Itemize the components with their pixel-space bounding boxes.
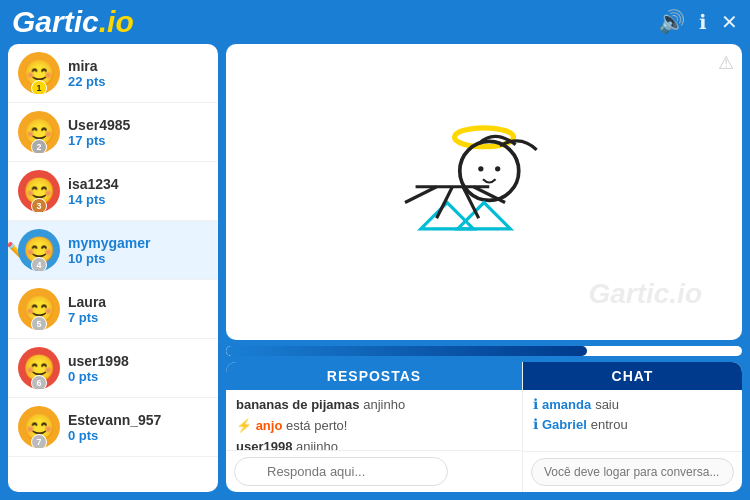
player-item: 😊 7 Estevann_957 0 pts (8, 398, 218, 457)
player-info: mymygamer 10 pts (68, 235, 208, 266)
respostas-section: RESPOSTAS bananas de pijamas anjinho ⚡ a… (226, 362, 522, 492)
list-item: ℹ amanda saiu (533, 396, 732, 412)
player-pts: 0 pts (68, 428, 208, 443)
list-item: ℹ Gabriel entrou (533, 416, 732, 432)
svg-point-1 (460, 141, 519, 200)
player-info: Laura 7 pts (68, 294, 208, 325)
player-item: 😊 3 isa1234 14 pts (8, 162, 218, 221)
header-actions: 🔊 ℹ ✕ (658, 9, 738, 35)
player-pts: 0 pts (68, 369, 208, 384)
chat-messages: ℹ amanda saiu ℹ Gabriel entrou (523, 390, 742, 451)
svg-line-7 (437, 187, 453, 219)
bottom-panel: RESPOSTAS bananas de pijamas anjinho ⚡ a… (226, 362, 742, 492)
player-item-active: ✏️ 😊 4 mymygamer 10 pts (8, 221, 218, 280)
info-icon: ℹ (533, 416, 538, 432)
player-name: Estevann_957 (68, 412, 208, 428)
svg-line-3 (405, 187, 437, 203)
info-icon: ℹ (533, 396, 538, 412)
avatar: 😊 2 (18, 111, 60, 153)
player-pts: 17 pts (68, 133, 208, 148)
rank-badge: 7 (31, 434, 47, 448)
player-pts: 22 pts (68, 74, 208, 89)
rank-badge: 4 (31, 257, 47, 271)
chat-input[interactable] (531, 458, 734, 486)
player-item: 😊 5 Laura 7 pts (8, 280, 218, 339)
player-name: mira (68, 58, 208, 74)
rank-badge: 2 (31, 139, 47, 153)
player-item: 😊 1 mira 22 pts (8, 44, 218, 103)
logo-g: G (12, 5, 35, 39)
player-name: Laura (68, 294, 208, 310)
rank-badge: 6 (31, 375, 47, 389)
canvas-area: ⚠ (226, 44, 742, 340)
player-name: user1998 (68, 353, 208, 369)
player-info: Estevann_957 0 pts (68, 412, 208, 443)
progress-bar-fill (226, 346, 587, 356)
svg-point-6 (495, 166, 500, 171)
list-item: ⚡ anjo está perto! (236, 417, 512, 435)
respostas-input-area: ✏️ (226, 450, 522, 492)
main-layout: 😊 1 mira 22 pts 😊 2 User4985 17 pts 😊 3 (0, 44, 750, 500)
svg-point-5 (478, 166, 483, 171)
avatar: 😊 5 (18, 288, 60, 330)
player-name: User4985 (68, 117, 208, 133)
drawing-canvas (226, 44, 742, 340)
player-info: mira 22 pts (68, 58, 208, 89)
respostas-header: RESPOSTAS (226, 362, 522, 390)
player-item: 😊 2 User4985 17 pts (8, 103, 218, 162)
logo-artic: artic (35, 5, 98, 39)
player-pts: 7 pts (68, 310, 208, 325)
player-info: User4985 17 pts (68, 117, 208, 148)
player-pts: 14 pts (68, 192, 208, 207)
avatar: 😊 7 (18, 406, 60, 448)
info-icon[interactable]: ℹ (699, 10, 707, 34)
answer-input-wrapper: ✏️ (234, 457, 514, 486)
player-name: mymygamer (68, 235, 208, 251)
rank-badge: 3 (31, 198, 47, 212)
list-item: bananas de pijamas anjinho (236, 396, 512, 414)
player-info: user1998 0 pts (68, 353, 208, 384)
logo-io: io (107, 5, 134, 39)
drawing-section: ⚠ (226, 44, 742, 492)
chat-input-area (523, 451, 742, 492)
app-header: G artic . io 🔊 ℹ ✕ (0, 0, 750, 44)
respostas-messages: bananas de pijamas anjinho ⚡ anjo está p… (226, 390, 522, 450)
players-sidebar: 😊 1 mira 22 pts 😊 2 User4985 17 pts 😊 3 (8, 44, 218, 492)
logo-dot: . (99, 5, 107, 39)
chat-header: CHAT (523, 362, 742, 390)
chat-section: CHAT ℹ amanda saiu ℹ Gabriel entrou (522, 362, 742, 492)
player-name: isa1234 (68, 176, 208, 192)
avatar: 😊 1 (18, 52, 60, 94)
rank-badge: 1 (31, 80, 47, 94)
avatar: 😊 6 (18, 347, 60, 389)
logo: G artic . io (12, 5, 134, 39)
player-item: 😊 6 user1998 0 pts (8, 339, 218, 398)
player-info: isa1234 14 pts (68, 176, 208, 207)
avatar: 😊 3 (18, 170, 60, 212)
close-icon[interactable]: ✕ (721, 10, 738, 34)
list-item: user1998 anjinho (236, 438, 512, 450)
rank-badge: 5 (31, 316, 47, 330)
progress-bar (226, 346, 742, 356)
volume-icon[interactable]: 🔊 (658, 9, 685, 35)
avatar: 😊 4 (18, 229, 60, 271)
player-pts: 10 pts (68, 251, 208, 266)
answer-input[interactable] (234, 457, 448, 486)
